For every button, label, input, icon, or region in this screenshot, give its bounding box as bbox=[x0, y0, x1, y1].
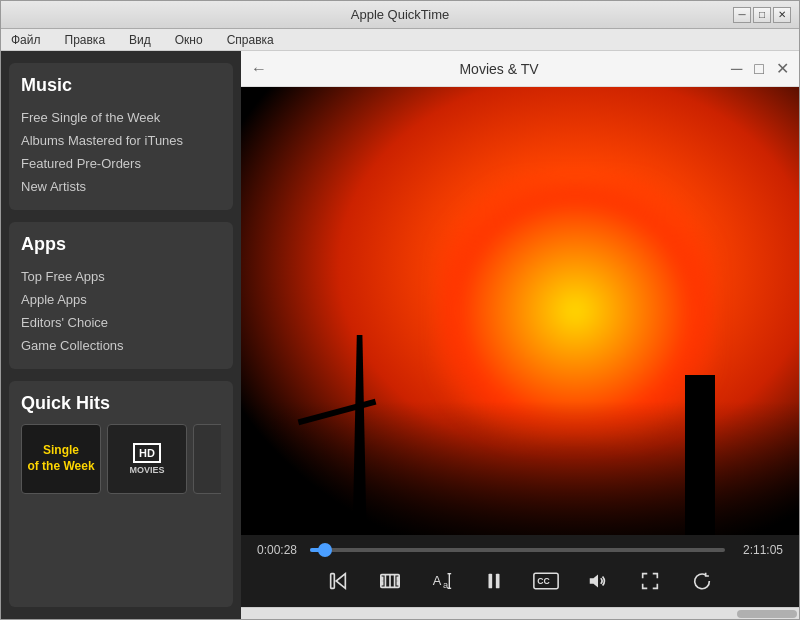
scrollbar-area bbox=[241, 607, 799, 619]
time-current: 0:00:28 bbox=[257, 543, 302, 557]
close-button[interactable]: ✕ bbox=[773, 7, 791, 23]
skip-back-button[interactable] bbox=[322, 565, 354, 597]
hd-badge: HD bbox=[133, 443, 161, 463]
svg-marker-1 bbox=[336, 574, 345, 589]
scrollbar-thumb[interactable] bbox=[737, 610, 797, 618]
inner-minimize-icon[interactable]: ─ bbox=[731, 61, 742, 77]
maximize-button[interactable]: □ bbox=[753, 7, 771, 23]
sidebar-music-title: Music bbox=[21, 75, 221, 96]
thumb-hd-movies[interactable]: HD MOVIES bbox=[107, 424, 187, 494]
sidebar-link-apple-apps[interactable]: Apple Apps bbox=[21, 288, 221, 311]
sidebar-link-top-free[interactable]: Top Free Apps bbox=[21, 265, 221, 288]
thumb-single-of-week[interactable]: Singleof the Week bbox=[21, 424, 101, 494]
progress-thumb[interactable] bbox=[318, 543, 332, 557]
window-title: Apple QuickTime bbox=[351, 7, 450, 22]
minimize-button[interactable]: ─ bbox=[733, 7, 751, 23]
refresh-button[interactable] bbox=[686, 565, 718, 597]
sidebar-link-editors-choice[interactable]: Editors' Choice bbox=[21, 311, 221, 334]
content-area: Music Free Single of the Week Albums Mas… bbox=[1, 51, 799, 619]
sidebar-link-free-single[interactable]: Free Single of the Week bbox=[21, 106, 221, 129]
filmstrip-button[interactable] bbox=[374, 565, 406, 597]
dark-overlay bbox=[241, 401, 799, 535]
progress-track[interactable] bbox=[310, 548, 725, 552]
svg-marker-19 bbox=[590, 575, 598, 588]
inner-window-controls: ─ □ ✕ bbox=[731, 61, 789, 77]
back-button[interactable]: ← bbox=[251, 60, 267, 78]
menu-help[interactable]: Справка bbox=[221, 31, 280, 49]
sidebar-music-section: Music Free Single of the Week Albums Mas… bbox=[9, 63, 233, 210]
fullscreen-button[interactable] bbox=[634, 565, 666, 597]
menu-view[interactable]: Вид bbox=[123, 31, 157, 49]
inner-close-icon[interactable]: ✕ bbox=[776, 61, 789, 77]
window-controls: ─ □ ✕ bbox=[733, 7, 791, 23]
thumb-hd-inner: HD MOVIES bbox=[129, 443, 164, 475]
thumb-movies-label: MOVIES bbox=[129, 465, 164, 475]
sidebar-link-albums[interactable]: Albums Mastered for iTunes bbox=[21, 129, 221, 152]
thumb-single-text: Singleof the Week bbox=[27, 443, 94, 474]
sidebar-apps-title: Apps bbox=[21, 234, 221, 255]
menu-window[interactable]: Окно bbox=[169, 31, 209, 49]
sidebar-apps-section: Apps Top Free Apps Apple Apps Editors' C… bbox=[9, 222, 233, 369]
sidebar-link-preorders[interactable]: Featured Pre-Orders bbox=[21, 152, 221, 175]
video-panel: ← Movies & TV ─ □ ✕ bbox=[241, 51, 799, 619]
svg-rect-16 bbox=[496, 574, 500, 589]
quick-hits-thumbnails: Singleof the Week HD MOVIES N bbox=[21, 424, 221, 494]
sidebar-quick-hits-section: Quick Hits Singleof the Week HD MOVIES N bbox=[9, 381, 233, 607]
title-bar: Apple QuickTime ─ □ ✕ bbox=[1, 1, 799, 29]
text-size-button[interactable]: A a bbox=[426, 565, 458, 597]
thumb-partial[interactable]: N bbox=[193, 424, 221, 494]
progress-bar-container: 0:00:28 2:11:05 bbox=[257, 543, 783, 557]
svg-rect-0 bbox=[331, 574, 335, 589]
time-total: 2:11:05 bbox=[733, 543, 783, 557]
inner-title-bar: ← Movies & TV ─ □ ✕ bbox=[241, 51, 799, 87]
menu-file[interactable]: Файл bbox=[5, 31, 47, 49]
svg-rect-8 bbox=[397, 577, 399, 580]
svg-rect-15 bbox=[489, 574, 493, 589]
video-frame bbox=[241, 87, 799, 535]
svg-rect-7 bbox=[381, 582, 383, 585]
pause-button[interactable] bbox=[478, 565, 510, 597]
menu-bar: Файл Правка Вид Окно Справка bbox=[1, 29, 799, 51]
menu-edit[interactable]: Правка bbox=[59, 31, 112, 49]
inner-window: ← Movies & TV ─ □ ✕ bbox=[241, 51, 799, 619]
quick-hits-title: Quick Hits bbox=[21, 393, 221, 414]
captions-button[interactable]: CC bbox=[530, 565, 562, 597]
video-content bbox=[241, 87, 799, 535]
svg-text:A: A bbox=[433, 573, 442, 588]
video-controls: 0:00:28 2:11:05 bbox=[241, 535, 799, 607]
svg-rect-6 bbox=[381, 577, 383, 580]
svg-text:CC: CC bbox=[537, 576, 550, 586]
svg-rect-9 bbox=[397, 582, 399, 585]
sidebar-link-new-artists[interactable]: New Artists bbox=[21, 175, 221, 198]
controls-row: A a bbox=[257, 565, 783, 597]
sidebar: Music Free Single of the Week Albums Mas… bbox=[1, 51, 241, 619]
main-window: Apple QuickTime ─ □ ✕ Файл Правка Вид Ок… bbox=[0, 0, 800, 620]
inner-maximize-icon[interactable]: □ bbox=[754, 61, 764, 77]
inner-window-title: Movies & TV bbox=[277, 61, 721, 77]
volume-button[interactable] bbox=[582, 565, 614, 597]
sidebar-link-game-collections[interactable]: Game Collections bbox=[21, 334, 221, 357]
